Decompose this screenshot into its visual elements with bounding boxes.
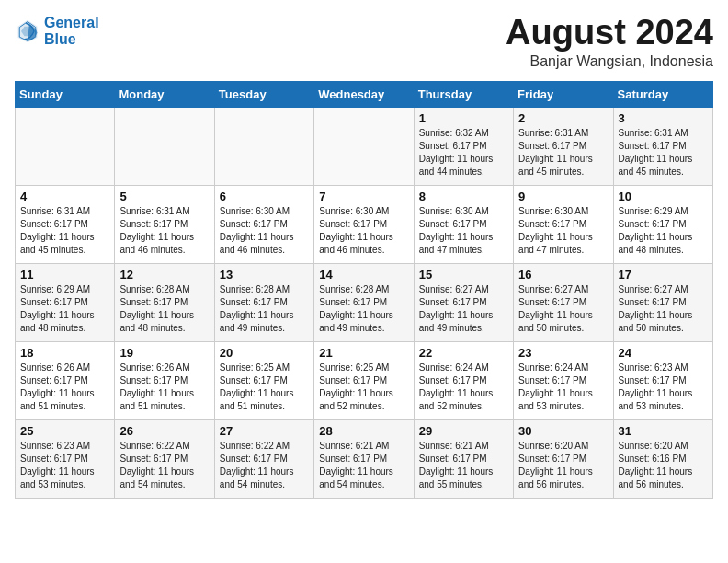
day-info: Sunrise: 6:26 AM Sunset: 6:17 PM Dayligh… [20,362,109,413]
week-row-5: 25Sunrise: 6:23 AM Sunset: 6:17 PM Dayli… [16,420,713,499]
day-info: Sunrise: 6:20 AM Sunset: 6:16 PM Dayligh… [619,440,708,491]
day-number: 1 [419,111,508,125]
calendar-body: 1Sunrise: 6:32 AM Sunset: 6:17 PM Daylig… [16,108,713,499]
logo-text: General Blue [44,15,99,48]
day-number: 27 [220,424,309,438]
calendar-cell [115,108,214,186]
day-number: 13 [220,268,309,282]
day-number: 19 [119,346,209,360]
day-number: 5 [119,190,209,203]
calendar-cell: 31Sunrise: 6:20 AM Sunset: 6:16 PM Dayli… [613,420,712,499]
day-number: 12 [119,268,209,282]
header-monday: Monday [115,82,214,108]
calendar-cell: 1Sunrise: 6:32 AM Sunset: 6:17 PM Daylig… [414,108,513,186]
day-number: 28 [319,424,408,438]
calendar-cell: 18Sunrise: 6:26 AM Sunset: 6:17 PM Dayli… [16,342,115,420]
calendar-cell: 16Sunrise: 6:27 AM Sunset: 6:17 PM Dayli… [514,264,613,342]
calendar-cell: 8Sunrise: 6:30 AM Sunset: 6:17 PM Daylig… [414,186,513,264]
calendar-cell [16,108,115,186]
day-info: Sunrise: 6:20 AM Sunset: 6:17 PM Dayligh… [518,440,608,491]
week-row-2: 4Sunrise: 6:31 AM Sunset: 6:17 PM Daylig… [16,186,713,264]
calendar-cell: 10Sunrise: 6:29 AM Sunset: 6:17 PM Dayli… [613,186,712,264]
day-number: 29 [419,424,508,438]
header-saturday: Saturday [613,82,712,108]
calendar-cell: 3Sunrise: 6:31 AM Sunset: 6:17 PM Daylig… [613,108,712,186]
day-number: 7 [319,190,408,203]
calendar-cell: 7Sunrise: 6:30 AM Sunset: 6:17 PM Daylig… [314,186,414,264]
logo-icon [15,18,40,44]
week-row-1: 1Sunrise: 6:32 AM Sunset: 6:17 PM Daylig… [16,108,713,186]
day-info: Sunrise: 6:26 AM Sunset: 6:17 PM Dayligh… [119,362,209,413]
day-number: 22 [419,346,508,360]
calendar-cell: 15Sunrise: 6:27 AM Sunset: 6:17 PM Dayli… [414,264,513,342]
calendar-cell: 9Sunrise: 6:30 AM Sunset: 6:17 PM Daylig… [514,186,613,264]
calendar-cell: 23Sunrise: 6:24 AM Sunset: 6:17 PM Dayli… [514,342,613,420]
calendar-cell: 24Sunrise: 6:23 AM Sunset: 6:17 PM Dayli… [613,342,712,420]
day-info: Sunrise: 6:24 AM Sunset: 6:17 PM Dayligh… [518,362,608,413]
week-row-3: 11Sunrise: 6:29 AM Sunset: 6:17 PM Dayli… [16,264,713,342]
day-number: 23 [518,346,608,360]
calendar-cell: 29Sunrise: 6:21 AM Sunset: 6:17 PM Dayli… [414,420,513,499]
day-info: Sunrise: 6:31 AM Sunset: 6:17 PM Dayligh… [619,127,708,178]
day-number: 14 [319,268,408,282]
day-number: 8 [419,190,508,203]
day-number: 2 [518,111,608,125]
calendar-cell: 12Sunrise: 6:28 AM Sunset: 6:17 PM Dayli… [115,264,214,342]
day-number: 24 [619,346,708,360]
day-info: Sunrise: 6:25 AM Sunset: 6:17 PM Dayligh… [319,362,408,413]
calendar-cell: 17Sunrise: 6:27 AM Sunset: 6:17 PM Dayli… [613,264,712,342]
calendar-cell: 21Sunrise: 6:25 AM Sunset: 6:17 PM Dayli… [314,342,414,420]
day-number: 9 [518,190,608,203]
day-info: Sunrise: 6:22 AM Sunset: 6:17 PM Dayligh… [119,440,209,491]
day-number: 4 [20,190,109,203]
day-info: Sunrise: 6:30 AM Sunset: 6:17 PM Dayligh… [419,205,508,257]
day-info: Sunrise: 6:31 AM Sunset: 6:17 PM Dayligh… [119,205,209,257]
day-info: Sunrise: 6:22 AM Sunset: 6:17 PM Dayligh… [220,440,309,491]
header-row: SundayMondayTuesdayWednesdayThursdayFrid… [16,82,713,108]
day-number: 11 [20,268,109,282]
day-info: Sunrise: 6:27 AM Sunset: 6:17 PM Dayligh… [619,283,708,335]
day-info: Sunrise: 6:31 AM Sunset: 6:17 PM Dayligh… [518,127,608,178]
header-wednesday: Wednesday [314,82,414,108]
day-info: Sunrise: 6:30 AM Sunset: 6:17 PM Dayligh… [319,205,408,257]
day-number: 17 [619,268,708,282]
calendar-cell: 26Sunrise: 6:22 AM Sunset: 6:17 PM Dayli… [115,420,214,499]
calendar-cell: 19Sunrise: 6:26 AM Sunset: 6:17 PM Dayli… [115,342,214,420]
day-info: Sunrise: 6:29 AM Sunset: 6:17 PM Dayligh… [20,283,109,335]
header-tuesday: Tuesday [214,82,313,108]
calendar-cell: 11Sunrise: 6:29 AM Sunset: 6:17 PM Dayli… [16,264,115,342]
day-info: Sunrise: 6:31 AM Sunset: 6:17 PM Dayligh… [20,205,109,257]
calendar-cell: 14Sunrise: 6:28 AM Sunset: 6:17 PM Dayli… [314,264,414,342]
calendar-table: SundayMondayTuesdayWednesdayThursdayFrid… [15,81,713,499]
calendar-header: SundayMondayTuesdayWednesdayThursdayFrid… [16,82,713,108]
day-info: Sunrise: 6:21 AM Sunset: 6:17 PM Dayligh… [419,440,508,491]
calendar-cell: 25Sunrise: 6:23 AM Sunset: 6:17 PM Dayli… [16,420,115,499]
day-info: Sunrise: 6:21 AM Sunset: 6:17 PM Dayligh… [319,440,408,491]
day-info: Sunrise: 6:28 AM Sunset: 6:17 PM Dayligh… [220,283,309,335]
header-thursday: Thursday [414,82,513,108]
day-info: Sunrise: 6:29 AM Sunset: 6:17 PM Dayligh… [619,205,708,257]
day-info: Sunrise: 6:30 AM Sunset: 6:17 PM Dayligh… [220,205,309,257]
day-number: 31 [619,424,708,438]
calendar-cell: 22Sunrise: 6:24 AM Sunset: 6:17 PM Dayli… [414,342,513,420]
day-number: 15 [419,268,508,282]
calendar-cell: 30Sunrise: 6:20 AM Sunset: 6:17 PM Dayli… [514,420,613,499]
calendar-cell: 27Sunrise: 6:22 AM Sunset: 6:17 PM Dayli… [214,420,313,499]
location-subtitle: Banjar Wangsian, Indonesia [506,53,713,70]
day-number: 30 [518,424,608,438]
calendar-cell: 5Sunrise: 6:31 AM Sunset: 6:17 PM Daylig… [115,186,214,264]
day-number: 20 [220,346,309,360]
day-info: Sunrise: 6:28 AM Sunset: 6:17 PM Dayligh… [319,283,408,335]
day-info: Sunrise: 6:23 AM Sunset: 6:17 PM Dayligh… [619,362,708,413]
week-row-4: 18Sunrise: 6:26 AM Sunset: 6:17 PM Dayli… [16,342,713,420]
day-number: 6 [220,190,309,203]
logo: General Blue [15,15,99,48]
day-number: 3 [619,111,708,125]
page-header: General Blue August 2024 Banjar Wangsian… [15,15,713,70]
header-friday: Friday [514,82,613,108]
calendar-cell: 6Sunrise: 6:30 AM Sunset: 6:17 PM Daylig… [214,186,313,264]
day-info: Sunrise: 6:27 AM Sunset: 6:17 PM Dayligh… [419,283,508,335]
day-info: Sunrise: 6:30 AM Sunset: 6:17 PM Dayligh… [518,205,608,257]
month-title: August 2024 [506,15,713,50]
day-number: 26 [119,424,209,438]
